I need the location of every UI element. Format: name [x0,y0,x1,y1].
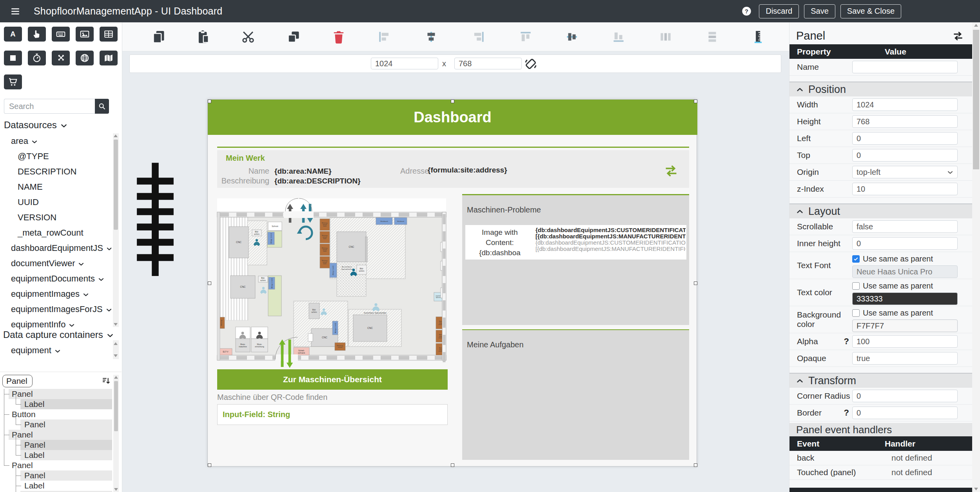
add-binding-button[interactable] [96,198,105,207]
search-button[interactable] [95,99,109,114]
name-input[interactable] [852,61,958,73]
floorplan-image[interactable]: CNCBild-schirmSchrottAblage (mobil)CNCBi… [217,198,446,369]
alpha-input[interactable]: 100 [852,335,958,348]
tree-item-panel[interactable]: Panel [0,419,112,430]
meine-aufgaben-panel[interactable]: Meine Aufgaben [462,330,689,460]
scrollable-input[interactable]: false [852,220,958,233]
align-right-button[interactable] [471,29,486,44]
rotate-canvas-icon[interactable] [524,57,538,71]
add-binding-button[interactable] [96,152,105,161]
visibility-eye-icon[interactable] [100,441,109,449]
selection-handle[interactable] [451,463,454,467]
background-color-swatch[interactable]: F7F7F7 [852,320,958,332]
distribute-vertical-button[interactable] [705,29,720,44]
add-binding-button[interactable] [96,228,105,237]
help-icon[interactable]: ? [844,408,849,418]
align-middle-vertical-button[interactable] [564,29,579,44]
visibility-eye-icon[interactable] [100,451,109,459]
selection-handle[interactable] [694,281,697,285]
section-header-position[interactable]: Position [789,82,972,96]
sort-icon[interactable] [101,376,111,386]
left-input[interactable]: 0 [852,132,958,145]
menu-icon[interactable] [10,6,20,16]
canvas-width-input[interactable] [371,58,438,69]
datasources-scrollbar[interactable] [113,133,119,327]
list-item[interactable]: Image with Content: {db:dashboa {db:dash… [465,225,686,260]
z-index-input[interactable]: 10 [852,183,958,195]
containers-scrollbar[interactable] [113,340,119,359]
input-tool-button[interactable] [52,27,70,42]
tree-item-label[interactable]: Label [0,399,112,409]
table-tool-button[interactable] [100,27,118,42]
cut-button[interactable] [241,29,256,44]
help-icon[interactable]: ? [844,336,849,347]
delete-button[interactable] [331,29,346,44]
canvas-height-input[interactable] [454,58,522,69]
align-top-button[interactable] [518,29,533,44]
opaque-input[interactable]: true [852,352,958,365]
datasource-item-uuid[interactable]: UUID [0,194,112,210]
datasource-item-equipmentimages[interactable]: equipmentImages [0,286,112,301]
tree-root-panel[interactable]: Panel [2,375,33,387]
visibility-eye-icon[interactable] [100,482,109,490]
move-tool-button[interactable] [52,51,70,65]
image-tool-button[interactable] [76,27,94,42]
tree-scrollbar[interactable] [113,375,119,492]
datasource-item-area[interactable]: area [0,133,112,149]
page-scrollbar-thumb[interactable] [973,30,979,169]
visibility-eye-icon[interactable] [100,390,109,398]
selection-handle[interactable] [694,100,697,103]
top-input[interactable]: 0 [852,149,958,162]
qr-input-field[interactable]: Input-Field: String [217,404,448,425]
visibility-eye-icon[interactable] [100,410,109,418]
font-input[interactable]: Neue Haas Unica Pro [852,265,958,278]
distribute-horizontal-button[interactable] [658,29,673,44]
save-button[interactable]: Save [804,4,835,18]
duplicate-button[interactable] [286,29,301,44]
datasource-item-version[interactable]: VERSION [0,210,112,225]
section-header-layout[interactable]: Layout [789,203,972,218]
visibility-eye-icon[interactable] [100,472,109,479]
containers-header[interactable]: Data capture containers [3,329,114,340]
discard-button[interactable]: Discard [759,4,799,18]
paste-button[interactable] [196,29,211,44]
resize-ruler-button[interactable] [751,29,766,44]
datasource-item-equipment[interactable]: equipment [0,343,112,358]
text-color-swatch[interactable]: 333333 [852,292,958,305]
align-bottom-button[interactable] [611,29,626,44]
height-input[interactable]: 768 [852,115,958,128]
event-row-touched-panel[interactable]: Touched (panel)not defined [789,465,972,480]
visibility-eye-icon[interactable] [100,431,109,439]
event-row-back[interactable]: backnot defined [789,451,972,465]
timer-tool-button[interactable] [28,51,46,65]
mein-werk-panel[interactable]: Mein Werk Name {db:area:NAME} Beschreibu… [217,150,689,188]
use-parent-checkbox[interactable] [852,309,860,317]
map-tool-button[interactable] [100,51,118,65]
align-center-horizontal-button[interactable] [424,29,439,44]
section-header-transform[interactable]: Transform [789,373,972,388]
datasource-item-equipmentdocuments[interactable]: equipmentDocuments [0,271,112,286]
maschinen-probleme-panel[interactable]: Maschinen-Probleme Image with Content: {… [462,195,689,325]
swap-arrows-icon[interactable] [663,163,679,178]
use-parent-checkbox[interactable] [852,255,860,263]
tree-item-label[interactable]: Label [0,450,112,460]
web-tool-button[interactable] [76,51,94,65]
lookup-icon[interactable] [962,467,972,477]
visibility-eye-icon[interactable] [100,421,109,428]
corner-radius-input[interactable]: 0 [852,390,958,402]
search-input[interactable] [4,99,95,114]
swap-arrows-icon[interactable] [951,30,965,42]
datasource-item-dashboardequipmentjs[interactable]: dashboardEquipmentJS [0,240,112,256]
copy-button[interactable] [151,29,166,44]
align-left-button[interactable] [377,29,392,44]
add-handler-button[interactable] [955,490,967,492]
inner-height-input[interactable]: 0 [852,237,958,250]
cart-tool-button[interactable] [4,74,22,89]
datasource-item-meta-rowcount[interactable]: _meta_rowCount [0,225,112,240]
add-binding-button[interactable] [96,167,105,176]
dashboard-header-panel[interactable]: Dashboard [208,100,697,135]
width-input[interactable]: 1024 [852,98,958,111]
datasource-item-documentviewer[interactable]: documentViewer [0,256,112,271]
selection-handle[interactable] [208,463,211,467]
selection-handle[interactable] [208,281,211,285]
